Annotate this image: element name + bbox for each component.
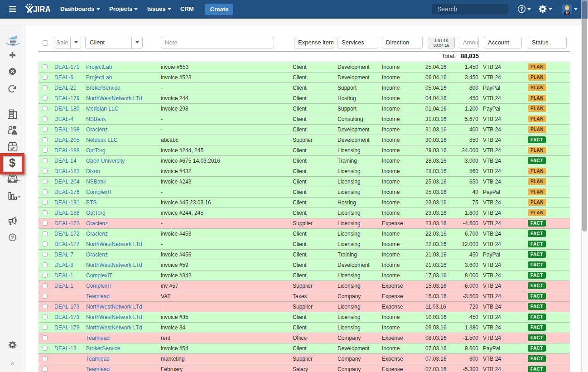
svg-text:?: ? (11, 235, 14, 240)
svg-text:?: ? (520, 6, 523, 12)
svg-text:»: » (10, 359, 14, 367)
